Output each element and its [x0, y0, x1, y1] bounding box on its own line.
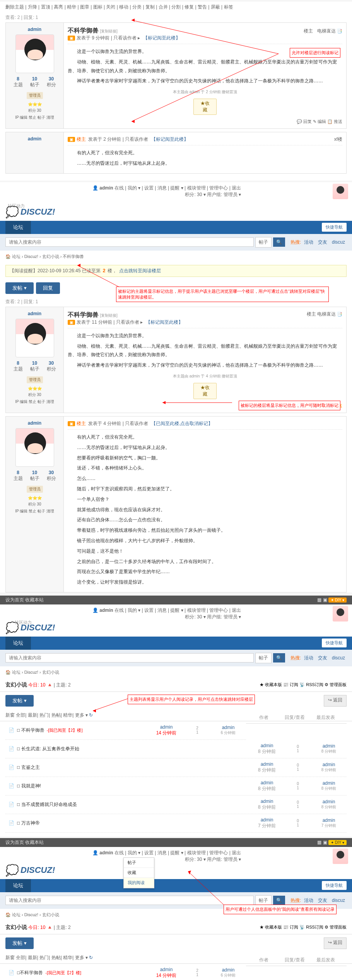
mod-links[interactable]: IP 编辑 禁止 帖子 清理	[10, 115, 60, 120]
topic-row[interactable]: 📄□ 当不成赘婿就只好命格成圣admin8 分钟前01admin8 分钟前	[5, 796, 347, 814]
top-links[interactable]: 设为首页 收藏本站	[5, 597, 44, 603]
quick-nav[interactable]: 快捷导航	[322, 223, 347, 232]
filter-tabs[interactable]: 新窗 全部| 最新| 热门| 热帖| 精华| 更多 ▾	[5, 955, 88, 960]
mod-tabs[interactable]: 删除主题 | 升降 | 置顶 | 高亮 | 精华 | 图章 | 图标 | 关闭 …	[5, 4, 233, 10]
search-input[interactable]	[5, 653, 254, 662]
author-link[interactable]: admin	[10, 311, 60, 316]
read-mark[interactable]: -[我已阅至【2】楼]	[45, 970, 81, 975]
topic-row[interactable]: 📄□ 玄鉴之主admin8 分钟前01admin8 分钟前	[5, 758, 347, 777]
author-link[interactable]: admin	[10, 27, 60, 32]
search-input[interactable]	[5, 237, 254, 247]
topic-title[interactable]: □ 玄鉴之主	[17, 764, 251, 771]
avatar[interactable]	[15, 319, 54, 357]
dropdown-item[interactable]: 帖子	[124, 858, 154, 868]
diy-button[interactable]: ✦ DIY ▾	[328, 598, 347, 603]
copy-link[interactable]: [复制链接]	[100, 29, 118, 33]
search-select[interactable]: 帖子	[255, 895, 272, 906]
search-select[interactable]: 帖子	[255, 237, 272, 248]
header-links[interactable]: 在线 | 我的 ▾ | 设置 | 消息 | 提醒 ▾ | 模块管理 | 管理中心…	[114, 850, 241, 855]
breadcrumb[interactable]: 🏠 论坛 › Discuz! › 玄幻小说 › 不科学御兽	[0, 251, 352, 263]
topic-row[interactable]: 📄□ 万古神帝admin7 分钟前01admin7 分钟前	[5, 814, 347, 833]
forum-name: 玄幻小说	[5, 681, 27, 688]
mod-links[interactable]: IP 编辑 禁止 帖子 清理	[10, 399, 60, 405]
read-mark[interactable]: -[我已阅至【2】楼]	[47, 728, 83, 732]
avatar[interactable]	[15, 34, 54, 73]
search-select[interactable]: 帖子	[255, 653, 272, 663]
dropdown-my-reading[interactable]: 我的阅读	[124, 878, 154, 888]
hot-link[interactable]: discuz	[332, 239, 345, 245]
topic-row[interactable]: 📄□不科学御兽-[我已阅至【2】楼]admin14 分钟前21admin6 分钟…	[5, 964, 246, 980]
forum-tools[interactable]: ★ 收藏本版 📰 订阅 📡 RSS订阅 ⚙ 管理面板	[260, 682, 347, 688]
topic-title[interactable]: □ 万古神帝	[17, 820, 251, 826]
post-actions[interactable]: 💬 回复 ✎ 编辑 📋 推送	[68, 119, 342, 125]
copy-link[interactable]: [复制链接]	[100, 313, 118, 318]
mark-read-link[interactable]: 【标记阅至此楼】	[146, 319, 183, 325]
new-post-button[interactable]: 发帖 ▾	[5, 695, 34, 707]
topic-row[interactable]: 📄□ 我就是神!admin8 分钟前01admin8 分钟前	[5, 777, 347, 796]
new-post-button[interactable]: 发帖 ▾	[5, 937, 34, 949]
hot-link[interactable]: 活动	[304, 239, 313, 246]
header-avatar[interactable]	[333, 184, 348, 199]
post-meta: 发表于 2 分钟前 | 只看该作者	[88, 137, 148, 142]
hot-link[interactable]: 交友	[318, 897, 327, 904]
quick-nav[interactable]: 快捷导航	[322, 639, 347, 647]
topic-row[interactable]: 📄□ 长生武道: 从五禽养生拳开始admin8 分钟前01admin8 分钟前	[5, 740, 347, 758]
header-links[interactable]: 在线 | 我的 ▾ | 设置 | 消息 | 提醒 ▾ | 模块管理 | 管理中心…	[114, 608, 241, 613]
refresh-icon[interactable]: ↻	[89, 712, 93, 718]
favorite-button[interactable]: ★收藏	[193, 99, 217, 115]
nav-forum-tab[interactable]: 论坛	[5, 637, 31, 650]
user-name[interactable]: admin	[99, 850, 113, 855]
avatar[interactable]	[15, 428, 54, 467]
hot-link[interactable]: 交友	[318, 239, 327, 246]
logo[interactable]: DISCUZ!	[21, 207, 55, 217]
dropdown-item[interactable]: 收藏	[124, 868, 154, 878]
topic-title[interactable]: □ 我就是神!	[17, 783, 251, 789]
author-link[interactable]: admin	[10, 136, 60, 142]
mark-read-link[interactable]: 【标记阅至此楼】	[143, 35, 180, 41]
hot-link[interactable]: 活动	[304, 655, 313, 661]
elevator-link[interactable]: 电梯直达	[317, 28, 336, 34]
elevator-link[interactable]: 电梯直达	[317, 311, 336, 317]
hot-link[interactable]: discuz	[332, 898, 345, 903]
mark-read-link[interactable]: 【标记阅至此楼】	[151, 137, 188, 142]
user-name[interactable]: admin	[99, 608, 113, 613]
quick-nav[interactable]: 快捷导航	[322, 881, 347, 890]
breadcrumb[interactable]: 🏠 论坛 › Discuz! › 玄幻小说	[0, 666, 352, 678]
search-button[interactable]: 🔍	[273, 653, 285, 662]
nav-forum-tab[interactable]: 论坛	[5, 221, 31, 234]
hot-link[interactable]: 活动	[304, 897, 313, 904]
topic-title[interactable]: □ 长生武道: 从五禽养生拳开始	[17, 746, 251, 752]
mod-links[interactable]: IP 编辑 禁止 帖子 清理	[10, 509, 60, 514]
hot-link[interactable]: discuz	[332, 655, 345, 661]
header-avatar[interactable]	[333, 849, 348, 864]
header-stats: 积分: 30 ▾ 用户组: 管理员 ▾	[185, 856, 241, 863]
topic-title[interactable]: □ 不科学御兽-[我已阅至【2】楼]	[17, 727, 151, 734]
topic-title[interactable]: □ 当不成赘婿就只好命格成圣	[17, 801, 251, 808]
return-button[interactable]: ↪ 返回	[324, 695, 347, 707]
favorite-button[interactable]: ★收藏	[193, 383, 217, 399]
header-avatar[interactable]	[333, 606, 348, 621]
new-post-button[interactable]: 发帖 ▾	[5, 282, 34, 294]
return-button[interactable]: ↪ 返回	[324, 937, 347, 949]
floor-badge: ▣	[68, 137, 75, 142]
topic-title[interactable]: □不科学御兽-[我已阅至【2】楼]	[17, 970, 151, 976]
author-link[interactable]: admin	[10, 420, 60, 426]
my-dropdown[interactable]: 帖子 收藏 我的阅读	[123, 857, 154, 888]
user-name[interactable]: admin	[99, 185, 113, 191]
filter-tabs[interactable]: 新窗 全部| 最新| 热门| 热帖| 精华| 更多 ▾	[5, 712, 88, 718]
refresh-icon[interactable]: ↻	[89, 955, 93, 960]
topic-row[interactable]: 📄□ 不科学御兽-[我已阅至【2】楼]admin14 分钟前21admin6 分…	[5, 721, 246, 740]
header-links[interactable]: 在线 | 我的 ▾ | 设置 | 消息 | 提醒 ▾ | 模块管理 | 管理中心…	[114, 185, 241, 191]
search-button[interactable]: 🔍	[273, 896, 285, 905]
unmark-read-link[interactable]: 【已阅至此楼,点击取消标记】	[151, 421, 213, 426]
top-links[interactable]: 设为首页 收藏本站	[5, 840, 44, 845]
search-input[interactable]	[5, 896, 254, 905]
jump-link[interactable]: 点击跳转至阅读楼层	[119, 268, 161, 274]
diy-button[interactable]: ✦ DIY ▾	[328, 840, 347, 845]
hot-link[interactable]: 交友	[318, 655, 327, 661]
forum-tools[interactable]: ★ 收藏本版 📰 订阅 📡 RSS订阅 ⚙ 管理面板	[260, 924, 347, 930]
logo[interactable]: DISCUZ!	[21, 865, 55, 875]
search-button[interactable]: 🔍	[273, 237, 285, 247]
nav-forum-tab[interactable]: 论坛	[5, 879, 31, 892]
reply-button[interactable]: 回复	[36, 282, 60, 294]
